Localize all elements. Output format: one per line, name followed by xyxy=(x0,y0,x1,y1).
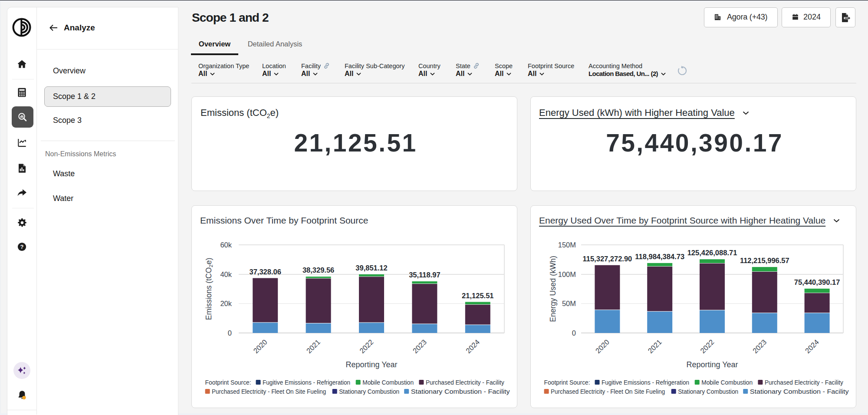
svg-text:Fugitive Emissions - Refrigera: Fugitive Emissions - Refrigeration xyxy=(263,379,350,386)
svg-text:Fugitive Emissions - Refrigera: Fugitive Emissions - Refrigeration xyxy=(602,379,689,386)
svg-text:Reporting Year: Reporting Year xyxy=(345,360,397,369)
svg-text:Emissions (tCO2e): Emissions (tCO2e) xyxy=(204,258,214,320)
svg-text:Stationary Combustion - Facili: Stationary Combustion - Facility xyxy=(411,388,510,395)
svg-text:75,440,390.17: 75,440,390.17 xyxy=(794,278,840,286)
svg-text:Energy Used (kWh): Energy Used (kWh) xyxy=(549,256,557,322)
svg-text:2023: 2023 xyxy=(751,338,768,355)
svg-text:Stationary Combustion - Facili: Stationary Combustion - Facility xyxy=(750,388,849,395)
svg-text:Purchased Electricity - Fleet: Purchased Electricity - Fleet On Site Fu… xyxy=(551,388,665,395)
svg-text:39,851.12: 39,851.12 xyxy=(355,264,387,272)
svg-text:37,328.06: 37,328.06 xyxy=(249,268,281,276)
svg-text:2022: 2022 xyxy=(358,338,375,355)
svg-text:60k: 60k xyxy=(220,241,232,249)
svg-text:Purchased Electricity - Fleet: Purchased Electricity - Fleet On Site Fu… xyxy=(212,388,326,395)
svg-text:112,215,996.57: 112,215,996.57 xyxy=(740,257,789,264)
svg-text:Reporting Year: Reporting Year xyxy=(686,360,738,369)
svg-text:2024: 2024 xyxy=(464,338,481,355)
svg-text:Stationary Combustion: Stationary Combustion xyxy=(339,388,399,395)
svg-text:Footprint Source:: Footprint Source: xyxy=(205,379,251,386)
svg-text:118,984,384.73: 118,984,384.73 xyxy=(635,253,684,260)
svg-text:0: 0 xyxy=(572,329,576,337)
svg-text:125,426,088.71: 125,426,088.71 xyxy=(687,249,737,257)
svg-text:2021: 2021 xyxy=(646,338,663,355)
svg-text:150M: 150M xyxy=(558,241,576,249)
svg-text:21,125.51: 21,125.51 xyxy=(462,292,493,300)
svg-text:115,327,272.90: 115,327,272.90 xyxy=(583,255,632,263)
svg-text:0: 0 xyxy=(228,329,232,337)
svg-text:2021: 2021 xyxy=(305,338,322,355)
svg-text:50M: 50M xyxy=(562,300,576,307)
svg-text:Mobile Combustion: Mobile Combustion xyxy=(362,379,414,386)
svg-text:2024: 2024 xyxy=(804,338,821,355)
svg-text:2020: 2020 xyxy=(594,338,611,355)
svg-text:?: ? xyxy=(20,244,24,250)
svg-text:2022: 2022 xyxy=(699,338,716,355)
svg-text:Purchased Electricity - Facili: Purchased Electricity - Facility xyxy=(426,379,504,386)
svg-text:Mobile Combustion: Mobile Combustion xyxy=(701,379,753,386)
svg-text:Stationary Combustion: Stationary Combustion xyxy=(678,388,738,395)
svg-text:38,329.56: 38,329.56 xyxy=(302,266,334,274)
svg-text:Footprint Source:: Footprint Source: xyxy=(544,379,590,386)
svg-text:Purchased Electricity - Facili: Purchased Electricity - Facility xyxy=(765,379,843,386)
svg-text:40k: 40k xyxy=(220,270,232,278)
svg-text:2020: 2020 xyxy=(252,338,269,355)
svg-text:35,118.97: 35,118.97 xyxy=(409,271,441,279)
svg-text:20k: 20k xyxy=(220,300,232,307)
svg-text:100M: 100M xyxy=(558,270,576,278)
svg-text:2023: 2023 xyxy=(411,338,428,355)
